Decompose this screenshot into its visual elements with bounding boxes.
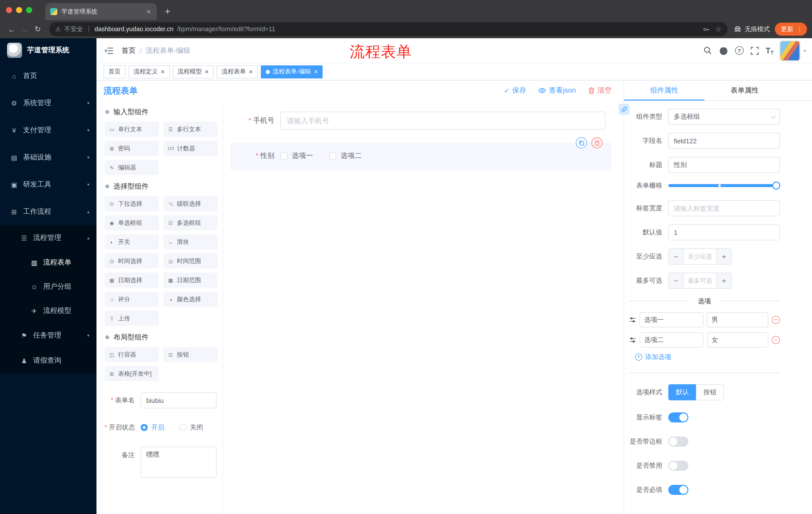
selected-widget-gender[interactable]: 性别 选项一 选项二: [230, 143, 611, 170]
style-default-button[interactable]: 默认: [668, 384, 696, 400]
view-tag[interactable]: 流程表单-编辑 ×: [261, 65, 323, 78]
link-icon[interactable]: [618, 104, 630, 115]
close-icon[interactable]: ×: [161, 69, 165, 75]
palette-component[interactable]: ◉ 单选框组: [105, 215, 159, 231]
palette-component[interactable]: ⌥ 级联选择: [163, 196, 218, 211]
drag-handle-icon[interactable]: [629, 336, 636, 344]
palette-component[interactable]: ◐ 开关: [105, 234, 159, 249]
avatar-dropdown-icon[interactable]: ▾: [804, 48, 806, 53]
back-icon[interactable]: ←: [5, 23, 18, 36]
toggle-switch[interactable]: [668, 437, 688, 447]
option-value-input[interactable]: [707, 312, 768, 327]
palette-component[interactable]: ⊠ 密码: [105, 141, 159, 156]
max-checked-placeholder[interactable]: 最多可选: [684, 273, 717, 288]
checkbox-icon[interactable]: [329, 153, 336, 159]
style-button-button[interactable]: 按钮: [696, 384, 724, 400]
palette-component[interactable]: ▦ 日期选择: [105, 273, 159, 288]
sidebar-item[interactable]: ¥ 支付管理 ▾: [0, 117, 96, 144]
reload-icon[interactable]: ↻: [31, 23, 44, 36]
palette-component[interactable]: ⇧ 上传: [105, 311, 159, 326]
help-icon[interactable]: [735, 46, 744, 55]
view-tag[interactable]: 首页: [104, 65, 126, 78]
palette-component[interactable]: ◶ 时间范围: [163, 253, 218, 269]
hamburger-icon[interactable]: [96, 47, 122, 55]
tab-component-props[interactable]: 组件属性: [624, 80, 704, 100]
palette-component[interactable]: 123 计数器: [163, 141, 218, 156]
option-name-input[interactable]: [640, 332, 703, 348]
app-logo[interactable]: 芋道管理系统: [0, 38, 96, 62]
remove-option-button[interactable]: [772, 316, 780, 324]
gender-option2-checkbox[interactable]: 选项二: [329, 152, 362, 160]
view-tag[interactable]: 流程表单 ×: [216, 65, 258, 78]
sidebar-item[interactable]: ☺ 用户分组: [0, 275, 96, 299]
security-label[interactable]: 不安全: [64, 25, 83, 33]
search-icon[interactable]: [703, 46, 712, 55]
clear-button[interactable]: 清空: [588, 86, 611, 95]
palette-component[interactable]: ☆ 评分: [105, 292, 159, 307]
close-icon[interactable]: ×: [314, 69, 318, 75]
plus-button[interactable]: [717, 249, 731, 264]
toggle-switch[interactable]: [668, 412, 688, 423]
bookmark-star-icon[interactable]: ☆: [715, 25, 722, 33]
form-name-input[interactable]: [141, 392, 216, 408]
checkbox-icon[interactable]: [280, 153, 287, 159]
forward-icon[interactable]: →: [18, 23, 31, 36]
status-off-radio[interactable]: 关闭: [179, 423, 203, 432]
sidebar-item[interactable]: ▥ 流程表单: [0, 250, 96, 275]
copy-widget-button[interactable]: [576, 137, 587, 148]
minus-button[interactable]: [669, 249, 684, 264]
slider-handle[interactable]: [772, 182, 780, 190]
grid-slider[interactable]: [668, 184, 777, 187]
remove-option-button[interactable]: [772, 336, 780, 344]
gender-field-row[interactable]: 性别 选项一 选项二: [230, 152, 611, 160]
new-tab-button[interactable]: +: [165, 6, 170, 17]
drag-handle-icon[interactable]: [629, 316, 636, 323]
delete-widget-button[interactable]: [591, 137, 603, 148]
sidebar-item[interactable]: ⚙ 系统管理 ▾: [0, 89, 96, 117]
palette-component[interactable]: ⊙ 下拉选择: [105, 196, 159, 211]
view-json-button[interactable]: 查看json: [539, 86, 576, 95]
address-bar[interactable]: ⚠ 不安全 dashboard.yudao.iocoder.cn /bpm/ma…: [49, 22, 728, 36]
sidebar-item[interactable]: ⊞ 工作流程 ▴: [0, 198, 96, 225]
password-key-icon[interactable]: [703, 25, 710, 33]
min-checked-placeholder[interactable]: 至少应选: [684, 249, 717, 264]
sidebar-item[interactable]: ☰ 流程管理 ▴: [0, 225, 96, 250]
label-width-input[interactable]: [668, 200, 780, 216]
palette-component[interactable]: ◫ 行容器: [105, 347, 159, 362]
default-value-input[interactable]: [668, 224, 780, 240]
font-size-icon[interactable]: [765, 46, 774, 55]
status-on-radio[interactable]: 开启: [141, 423, 164, 432]
palette-component[interactable]: ▭ 单行文本: [105, 122, 159, 137]
palette-component[interactable]: ✎ 编辑器: [105, 160, 159, 175]
form-canvas[interactable]: 手机号: [223, 101, 624, 514]
github-icon[interactable]: [719, 46, 728, 55]
avatar[interactable]: [781, 41, 800, 60]
minimize-window-button[interactable]: [16, 7, 22, 13]
palette-component[interactable]: ↔ 滑块: [163, 234, 218, 249]
browser-menu-icon[interactable]: ⋮: [796, 25, 803, 33]
toggle-switch[interactable]: [668, 485, 688, 495]
palette-component[interactable]: ◑ 颜色选择: [163, 292, 218, 307]
phone-input[interactable]: [280, 112, 606, 130]
toggle-switch[interactable]: [668, 461, 688, 471]
zoom-window-button[interactable]: [26, 7, 32, 13]
sidebar-item[interactable]: ▤ 基础设施 ▾: [0, 144, 96, 171]
breadcrumb-home[interactable]: 首页: [122, 46, 136, 55]
sidebar-item[interactable]: ⌂ 首页: [0, 62, 96, 89]
fullscreen-icon[interactable]: [750, 47, 758, 55]
field-name-input[interactable]: [668, 133, 780, 149]
tab-close-icon[interactable]: ×: [146, 7, 152, 16]
tab-form-props[interactable]: 表单属性: [704, 80, 785, 100]
title-input[interactable]: [668, 157, 780, 173]
view-tag[interactable]: 流程模型 ×: [173, 65, 213, 78]
palette-component[interactable]: ▩ 日期范围: [163, 273, 218, 288]
palette-component[interactable]: ⊡ 按钮: [163, 347, 218, 362]
plus-button[interactable]: [717, 273, 731, 288]
palette-component[interactable]: ☰ 多行文本: [163, 122, 218, 137]
palette-component[interactable]: ☑ 多选框组: [163, 215, 218, 231]
close-icon[interactable]: ×: [249, 69, 253, 75]
sidebar-item[interactable]: ♟ 请假查询: [0, 348, 96, 373]
phone-field-row[interactable]: 手机号: [230, 112, 611, 130]
add-option-button[interactable]: 添加选项: [635, 353, 780, 361]
palette-component[interactable]: ⊞ 表格[开发中]: [105, 366, 159, 381]
